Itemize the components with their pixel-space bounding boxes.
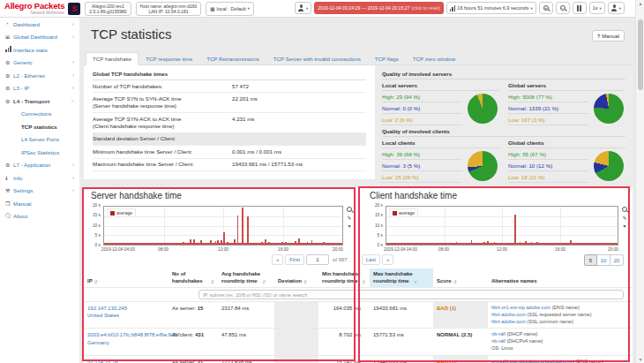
- scroll-up-icon[interactable]: ▲: [636, 1, 644, 6]
- chart-bar: [242, 208, 243, 245]
- chart-download-icon[interactable]: ▾: [348, 223, 350, 229]
- column-header-deviation[interactable]: Deviation⇵: [274, 268, 318, 287]
- cell-min: 8.702 ms: [318, 328, 370, 354]
- interval-selector-button[interactable]: 1s ▾: [589, 2, 605, 14]
- column-header-min[interactable]: Min handshake roundtrip time⇵: [318, 268, 370, 287]
- sidebar-item-label: Connections: [21, 110, 74, 117]
- alt-name-link[interactable]: hbrt-or1-ext-vip.adobe.com: [491, 305, 550, 310]
- pagination-last-button[interactable]: Last: [362, 254, 380, 265]
- sidebar-item-about[interactable]: ⓘAbout: [0, 210, 79, 223]
- scroll-down-icon[interactable]: ▼: [636, 357, 644, 362]
- sidebar-item-manual[interactable]: ❒Manual: [0, 197, 79, 210]
- alt-name-link[interactable]: nb-ralf: [491, 338, 505, 344]
- sidebar-nav: ◔Dashboard‹⊞Global Dashboard‹Interface s…: [0, 18, 79, 363]
- column-header-alt[interactable]: Alternative names: [488, 268, 633, 287]
- stat-row: Minimum handshake time Server / Client:0…: [93, 146, 366, 158]
- chart-bar: [542, 243, 543, 245]
- pagination-prev-button[interactable]: «: [272, 254, 283, 265]
- zoom-in-button[interactable]: +: [539, 2, 553, 14]
- chart-bar: [490, 243, 492, 245]
- duration-selector-button[interactable]: 16 hours 51 minutes 6.9 seconds ▾: [446, 2, 536, 14]
- chart-server-plot-area[interactable]: average: [103, 206, 343, 246]
- cell-alternative-names: onecollector.cloudapp.aria.akadns.net (D…: [488, 355, 633, 363]
- chart-bar: [576, 243, 578, 245]
- alt-name-link[interactable]: hbrt.adobe.com: [491, 312, 526, 317]
- chart-edit-icon[interactable]: ✎: [347, 216, 351, 221]
- tab-tcp-handshake[interactable]: TCP handshake: [86, 52, 139, 65]
- country-link[interactable]: United States: [87, 312, 165, 319]
- vertical-scrollbar[interactable]: ▲ ▼: [635, 0, 644, 363]
- chart-client-plot-area[interactable]: average: [386, 206, 618, 246]
- chart-zoom-icon[interactable]: [622, 207, 627, 213]
- chart-bar: [307, 242, 309, 245]
- account-menu-button[interactable]: ▾: [608, 2, 625, 14]
- pause-button[interactable]: [573, 2, 587, 14]
- profile-selector-button[interactable]: ▦ local : Default ▾: [206, 2, 254, 16]
- column-header-avg[interactable]: Avg handshake roundtrip time⇵: [218, 268, 274, 287]
- sidebar-item-l4-transport[interactable]: ⚙L4 - Transport−: [0, 95, 79, 108]
- chart-bar: [520, 242, 521, 245]
- magnifier-minus-icon: −: [560, 5, 565, 11]
- tab-tcp-flags[interactable]: TCP flags: [368, 52, 406, 65]
- ip-link[interactable]: 2003:e4:bf10:17fc:b848:8f78:ef9a:9d57: [87, 331, 165, 338]
- column-header-score[interactable]: Score⇵: [433, 268, 488, 287]
- pagination-next-button[interactable]: »: [382, 254, 393, 265]
- chevron-icon: ‹: [72, 21, 74, 27]
- ip-link[interactable]: 192.147.130.245: [87, 305, 165, 312]
- quality-low-stat: Low: 15 (26 %): [382, 171, 462, 183]
- ip-link[interactable]: 52.114.75.78: [87, 359, 165, 363]
- alt-name-link[interactable]: nb-ralf: [491, 331, 505, 337]
- alt-name-link[interactable]: hbrt.adobe.com: [491, 319, 526, 324]
- sidebar-item-settings[interactable]: ⚒Settings‹: [0, 185, 79, 198]
- zoom-out-button[interactable]: −: [556, 2, 570, 14]
- chart-download-icon[interactable]: ▾: [623, 223, 625, 229]
- sidebar-item-ipsec-statistics[interactable]: IPSec Statistics: [0, 146, 79, 159]
- chart-zoom-icon[interactable]: [347, 207, 352, 213]
- chart-bar: [290, 243, 292, 245]
- alt-name-line: nb-ralf (DHCPv4 name): [491, 338, 629, 345]
- sidebar-item-l7-application[interactable]: ⚙L7 - Application‹: [0, 159, 79, 172]
- pagination-first-button[interactable]: First: [285, 254, 304, 265]
- tab-tcp-response-time[interactable]: TCP response time: [139, 52, 199, 65]
- stat-row: Average TCP SYN-ACK to ACK time(Client h…: [93, 113, 366, 133]
- user-menu-button[interactable]: ▾: [295, 2, 311, 14]
- column-header-ip[interactable]: IP⇵: [84, 268, 168, 287]
- sidebar-item-l4-server-ports[interactable]: L4 Server Ports: [0, 133, 79, 147]
- chart-edit-icon[interactable]: ✎: [622, 216, 626, 221]
- country-link[interactable]: Germany: [87, 339, 165, 346]
- sidebar-item-generic[interactable]: ⚙Generic‹: [0, 57, 79, 70]
- sidebar-item-global-dashboard[interactable]: ⊞Global Dashboard‹: [0, 31, 79, 44]
- page-size-5-button[interactable]: 5: [584, 254, 597, 266]
- alt-name-link[interactable]: onecollector.cloudapp.aria.akadns.net: [491, 359, 574, 363]
- x-axis-tick: 2019-12-04 04:00: [101, 247, 135, 252]
- x-axis-tick: 12:00: [218, 247, 228, 252]
- sidebar-item-dashboard[interactable]: ◔Dashboard‹: [0, 18, 79, 31]
- page-number-input[interactable]: [306, 254, 329, 265]
- sidebar-item-l2-ethernet[interactable]: ⚙L2 - Ethernet‹: [0, 69, 79, 82]
- sidebar-item-info[interactable]: ℹInfo‹: [0, 171, 79, 185]
- cell-handshakes: As server: 15: [168, 301, 218, 328]
- table-row: 52.114.75.78NetherlandsAs server: 212213…: [84, 355, 633, 363]
- quality-group: Local serversHigh: 29 (94 %)Normal: 0 (0…: [382, 79, 499, 125]
- sidebar-item-connections[interactable]: Connections: [0, 108, 79, 121]
- time-range-badge[interactable]: 2019-12-04 03:24:29 — 2019-12-04 20:15:2…: [314, 2, 444, 14]
- chart-bar: [217, 240, 219, 245]
- sidebar-item-l3-ip[interactable]: ⚙L3 - IP‹: [0, 82, 79, 95]
- tab-tcp-server-with-invalid-connections[interactable]: TCP Server with invalid connections: [266, 52, 368, 65]
- cell-max: 19433.681 ms: [370, 301, 433, 328]
- sidebar-item-tcp-statistics[interactable]: TCP statistics: [0, 120, 79, 133]
- tab-tcp-retransmissions[interactable]: TCP Retransmissions: [199, 52, 266, 65]
- chart-bar: [142, 244, 144, 245]
- page-size-10-button[interactable]: 10: [597, 254, 610, 266]
- column-header-max[interactable]: Max handshake roundtrip time▾: [370, 268, 433, 287]
- scrollbar-thumb[interactable]: [638, 19, 643, 90]
- page-size-20-button[interactable]: 20: [610, 254, 624, 266]
- chart-bar: [483, 242, 485, 245]
- manual-help-button[interactable]: ? Manual: [592, 30, 625, 42]
- stat-value: 22.201 ms: [232, 95, 366, 110]
- tab-tcp-zero-window[interactable]: TCP zero window: [406, 52, 462, 65]
- quality-low-stat: Low: 18 (21 %): [508, 171, 588, 183]
- ip-search-input[interactable]: [198, 290, 624, 299]
- column-header-handshakes[interactable]: No of handshakes⇵: [168, 268, 218, 287]
- sidebar-item-interface-stats[interactable]: Interface stats: [0, 43, 79, 57]
